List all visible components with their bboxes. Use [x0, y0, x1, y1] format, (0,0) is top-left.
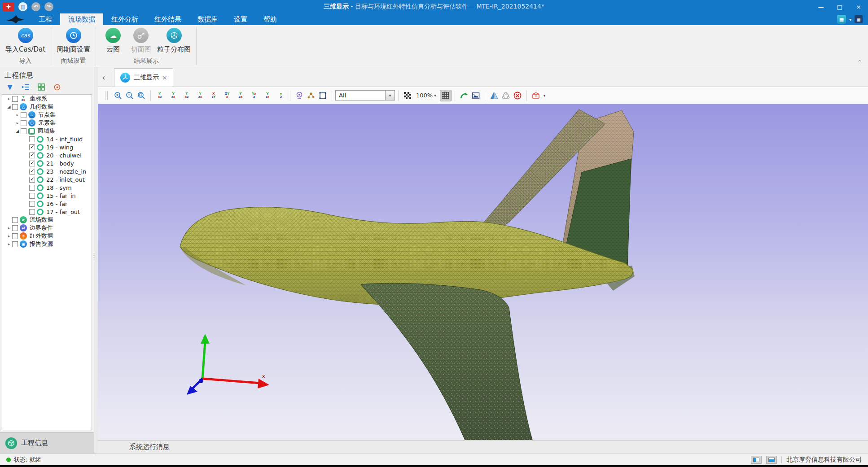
visibility-checkbox[interactable]	[12, 104, 18, 110]
combobox-dropdown-icon[interactable]: ▾	[386, 90, 395, 100]
view-orientation-button[interactable]: XzY	[208, 90, 219, 101]
zoom-fit-button[interactable]	[136, 90, 147, 101]
tree-row[interactable]: 16 - far	[2, 200, 92, 208]
screenshot-button[interactable]	[470, 90, 482, 101]
layout-grid-icon[interactable]	[37, 83, 46, 92]
view-orientation-button[interactable]: Yzx	[235, 90, 246, 101]
transparency-button[interactable]	[402, 90, 413, 101]
visibility-checkbox[interactable]	[12, 241, 18, 247]
tab-scroll-left-icon[interactable]: ‹	[98, 69, 110, 87]
view-orientation-button[interactable]: Yzx	[167, 90, 179, 101]
menu-item-设置[interactable]: 设置	[226, 13, 255, 25]
mesh-grid-toggle[interactable]	[440, 90, 452, 101]
toolbar-drag-handle[interactable]	[105, 91, 108, 100]
node-display-button[interactable]	[500, 90, 512, 101]
visibility-checkbox[interactable]	[29, 144, 35, 150]
style-dropdown-arrow-icon[interactable]: ▾	[849, 17, 851, 22]
tree-row[interactable]: <流场数据	[2, 216, 92, 224]
expand-arrow-icon[interactable]: ◢	[6, 105, 12, 109]
tree-row[interactable]: ▸Yzx坐标系	[2, 95, 92, 103]
visibility-checkbox[interactable]	[29, 169, 35, 175]
tree-row[interactable]: 17 - far_out	[2, 208, 92, 216]
tree-row[interactable]: 19 - wing	[2, 143, 92, 151]
zoom-percentage[interactable]: 100%	[416, 92, 433, 99]
tree-row[interactable]: ◢面域集	[2, 127, 92, 135]
view-orientation-button[interactable]: Yzx	[194, 90, 206, 101]
visibility-checkbox[interactable]	[21, 112, 26, 118]
panel-layout-toggle-bottom[interactable]	[766, 456, 777, 464]
zoom-in-button[interactable]	[112, 90, 124, 101]
menu-item-工程[interactable]: 工程	[31, 13, 60, 25]
visibility-checkbox[interactable]	[12, 225, 18, 231]
tree-row[interactable]: ▸○元素集	[2, 119, 92, 127]
tree-row[interactable]: ▸▣报告资源	[2, 240, 92, 248]
locate-target-icon[interactable]	[53, 83, 61, 92]
tree-row[interactable]: ▸∴节点集	[2, 111, 92, 119]
tab-close-icon[interactable]: ×	[162, 74, 167, 81]
view-orientation-button[interactable]: Yzx	[262, 90, 273, 101]
visibility-checkbox[interactable]	[12, 233, 18, 239]
menu-item-帮助[interactable]: 帮助	[255, 13, 285, 25]
expand-arrow-icon[interactable]: ▸	[6, 242, 12, 246]
visibility-checkbox[interactable]	[29, 209, 35, 215]
zoom-dropdown-arrow-icon[interactable]: ▾	[434, 93, 436, 98]
mirror-button[interactable]	[488, 90, 500, 101]
menu-item-红外分析[interactable]: 红外分析	[103, 13, 146, 25]
tree-row[interactable]: ▸☀红外数据	[2, 232, 92, 240]
tree-row[interactable]: 14 - int_fluid	[2, 135, 92, 143]
tree-row[interactable]: 23 - nozzle_in	[2, 167, 92, 175]
menu-item-红外结果[interactable]: 红外结果	[146, 13, 189, 25]
contour-plot-button[interactable]: ☁ 云图	[101, 28, 125, 54]
new-document-button[interactable]: ▤	[18, 2, 27, 11]
tree-row[interactable]: 20 - chuiwei	[2, 151, 92, 159]
view-orientation-button[interactable]: Yxz	[181, 90, 193, 101]
view-orientation-button[interactable]: ZYx	[221, 90, 233, 101]
selection-box-button[interactable]	[317, 90, 329, 101]
panel-layout-toggle-left[interactable]	[751, 456, 762, 464]
visibility-checkbox[interactable]	[29, 136, 35, 142]
maximize-button[interactable]: □	[830, 0, 849, 13]
tree-row[interactable]: ▸⇄边界条件	[2, 224, 92, 232]
tree-row[interactable]: ◢△几何数据	[2, 103, 92, 111]
clear-display-button[interactable]	[512, 90, 523, 101]
archive-box-button[interactable]	[530, 90, 542, 101]
app-logo-button[interactable]	[3, 2, 14, 11]
undo-button[interactable]: ↶	[31, 2, 40, 11]
panel-footer[interactable]: 工程信息	[0, 432, 94, 454]
tab-3d-display[interactable]: 三维显示 ×	[114, 68, 173, 87]
collapse-all-icon[interactable]	[21, 83, 30, 92]
visibility-checkbox[interactable]	[29, 185, 35, 191]
style-switch-icon[interactable]: ▦	[837, 15, 846, 24]
visibility-checkbox[interactable]	[29, 177, 35, 183]
light-source-button[interactable]	[294, 90, 305, 101]
visibility-checkbox[interactable]	[12, 96, 18, 102]
export-arrow-button[interactable]	[458, 90, 470, 101]
visibility-checkbox[interactable]	[12, 217, 18, 223]
expand-arrow-icon[interactable]: ▸	[6, 234, 12, 238]
archive-dropdown-arrow-icon[interactable]: ▾	[544, 93, 546, 98]
visibility-checkbox[interactable]	[29, 161, 35, 166]
menu-item-流场数据[interactable]: 流场数据	[60, 13, 103, 25]
render-mode-button[interactable]	[305, 90, 317, 101]
expand-arrow-icon[interactable]: ▸	[14, 113, 21, 117]
redo-button[interactable]: ↷	[44, 2, 53, 11]
view-orientation-button[interactable]: Yxz	[154, 90, 166, 101]
particle-distribution-button[interactable]: 粒子分布图	[157, 28, 191, 54]
visibility-checkbox[interactable]	[29, 153, 35, 158]
display-set-combobox[interactable]: All	[335, 90, 386, 100]
tree-row[interactable]: 18 - sym	[2, 183, 92, 192]
viewport-3d[interactable]: x	[98, 104, 868, 440]
visibility-checkbox[interactable]	[29, 193, 35, 199]
ribbon-collapse-icon[interactable]: ^	[858, 59, 862, 65]
view-orientation-button[interactable]: yz	[275, 90, 287, 101]
tree-row[interactable]: 21 - body	[2, 159, 92, 167]
visibility-checkbox[interactable]	[29, 201, 35, 207]
filter-icon[interactable]: ▼	[5, 83, 14, 92]
expand-arrow-icon[interactable]: ▸	[6, 226, 12, 230]
expand-arrow-icon[interactable]: ▸	[6, 96, 12, 101]
view-orientation-button[interactable]: Yxz	[248, 90, 260, 101]
tree-row[interactable]: 22 - inlet_out	[2, 175, 92, 183]
panel-splitter-handle[interactable]: ⋮⋮	[92, 255, 96, 258]
menu-item-数据库[interactable]: 数据库	[189, 13, 226, 25]
visibility-checkbox[interactable]	[21, 120, 26, 126]
